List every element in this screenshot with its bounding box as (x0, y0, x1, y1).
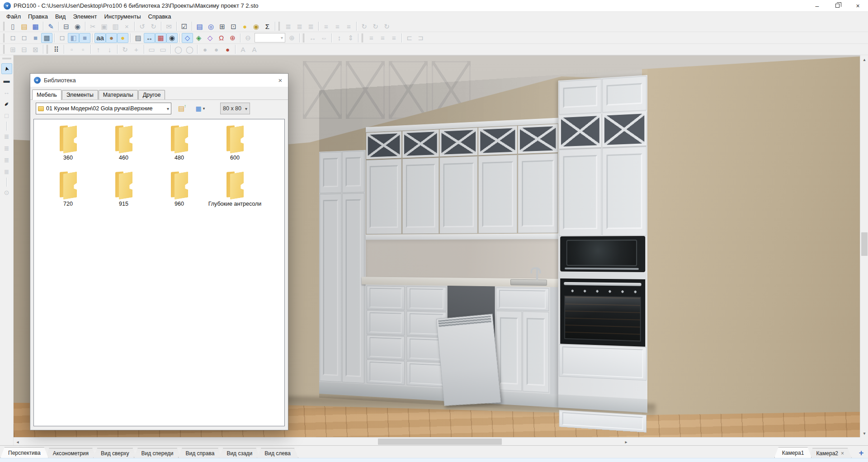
cutting-list-button[interactable]: ⊞ (217, 21, 228, 31)
library-folder[interactable]: 600 (207, 125, 263, 161)
library-tab-elements[interactable]: Элементы (62, 90, 98, 99)
menu-item[interactable]: Правка (24, 12, 52, 21)
library-folder[interactable]: 720 (40, 171, 96, 207)
library-folder[interactable]: 360 (40, 125, 96, 161)
dimensions-report-button[interactable]: ⊡ (228, 21, 239, 31)
align-left-button[interactable]: ≡ (366, 33, 377, 43)
menu-item[interactable]: Инструменты (100, 12, 144, 21)
align-right-button[interactable]: ≡ (388, 33, 400, 43)
library-close-button[interactable]: × (273, 74, 288, 87)
library-folder[interactable]: 915 (96, 171, 151, 207)
restore-button[interactable] (827, 0, 848, 11)
materials-button[interactable]: ● (106, 33, 117, 43)
redo-button[interactable]: ↻ (148, 21, 159, 31)
library-dialog-titlebar[interactable]: ➤ Библиотека × (30, 74, 288, 87)
colors-button[interactable]: ■ (79, 33, 90, 43)
sphere-1-button[interactable]: ● (199, 44, 211, 54)
new-board-tool[interactable]: ▬ (1, 75, 12, 86)
rotate-y-button[interactable]: ↻ (370, 21, 381, 31)
library-tab-furniture[interactable]: Мебель (32, 90, 61, 100)
zoom-in-button[interactable]: ⊕ (286, 33, 297, 43)
library-folder[interactable]: Глубокие антресоли (207, 171, 263, 207)
library-folder[interactable]: 460 (96, 125, 151, 161)
icon-size-combo[interactable]: 80 x 80 ▾ (220, 103, 250, 114)
horizontal-scroll-thumb[interactable] (378, 438, 502, 445)
move-up-button[interactable]: ↑ (93, 44, 104, 54)
align-center-button[interactable]: ≡ (377, 33, 388, 43)
scroll-right-icon[interactable]: ▸ (622, 438, 630, 446)
semitransparent-button[interactable]: ◧ (68, 33, 79, 43)
library-folder[interactable]: 960 (151, 171, 207, 207)
view-mode-button[interactable]: ▦ ▾ (191, 103, 209, 114)
dimension-tool[interactable]: ↔ (1, 87, 12, 98)
level-3-button[interactable]: ≣ (305, 21, 316, 31)
report-button[interactable]: ☑ (179, 21, 190, 31)
light-button[interactable]: ● (117, 33, 128, 43)
library-tab-materials[interactable]: Материалы (99, 90, 138, 99)
tab-front-view[interactable]: Вид спереди (134, 448, 181, 458)
snap-grid-button[interactable]: ◈ (193, 33, 204, 43)
open-file-button[interactable]: ▤ (19, 21, 30, 31)
antialias-button[interactable]: aa (94, 33, 106, 43)
contours-button[interactable]: □ (57, 33, 68, 43)
menu-item[interactable]: Вид (52, 12, 70, 21)
menu-item[interactable]: Файл (3, 12, 24, 21)
delete-button[interactable]: × (121, 21, 132, 31)
sum-button[interactable]: Σ (262, 21, 273, 31)
mirror-button[interactable]: ▭ (146, 44, 157, 54)
rotate-x-button[interactable]: ↻ (359, 21, 370, 31)
align-bottom-button[interactable]: ≡ (343, 21, 354, 31)
text-1-button[interactable]: A (237, 44, 249, 54)
send-button[interactable]: ✉ (163, 21, 175, 31)
dim-chain-h-button[interactable]: ⇔ (318, 33, 330, 43)
select-all-button[interactable]: ⊠ (30, 44, 41, 54)
tab-top-view[interactable]: Вид сверху (93, 448, 137, 458)
rotate-z-button[interactable]: ↻ (381, 21, 392, 31)
sphere-2-button[interactable]: ● (211, 44, 222, 54)
up-folder-button[interactable]: ▤ ↑ (175, 103, 188, 114)
scroll-left-icon[interactable]: ◂ (14, 438, 22, 446)
select-next-button[interactable]: ⊟ (19, 44, 30, 54)
close-button[interactable]: × (848, 0, 868, 11)
library-tab-other[interactable]: Другое (138, 90, 165, 99)
align-tool-3[interactable]: ≣ (1, 155, 12, 165)
horizontal-scrollbar[interactable]: ◂ ▸ (14, 437, 860, 445)
snap-points-button[interactable]: ◇ (182, 33, 193, 43)
dim-horizontal-button[interactable]: ↔ (307, 33, 318, 43)
align-tool-1[interactable]: ≣ (1, 131, 12, 142)
group-button[interactable]: ▫ (66, 44, 77, 54)
tab-camera2[interactable]: Камера2 × (808, 448, 852, 458)
element-list-button[interactable]: ◎ (205, 21, 217, 31)
eyedropper-tool[interactable]: ✒ (1, 99, 12, 109)
show-grid-button[interactable]: ▦ (155, 33, 166, 43)
align-tool-4[interactable]: ≣ (1, 166, 12, 177)
add-camera-button[interactable]: + (856, 448, 866, 458)
print-preview-button[interactable]: ◉ (72, 21, 83, 31)
move-down-button[interactable]: ↓ (104, 44, 115, 54)
view-solid-button[interactable]: ■ (30, 33, 41, 43)
tab-left-view[interactable]: Вид слева (257, 448, 298, 458)
snap-edit-button[interactable]: ◇ (204, 33, 216, 43)
zoom-level-combo[interactable]: ▾ (255, 33, 285, 42)
tab-right-view[interactable]: Вид справа (178, 448, 222, 458)
tab-camera1[interactable]: Камера1 (774, 447, 812, 458)
vertical-scrollbar[interactable]: ▴ ▾ (860, 55, 868, 437)
scroll-up-icon[interactable]: ▴ (860, 55, 868, 63)
cut-button[interactable]: ✂ (87, 21, 99, 31)
camera-close-icon[interactable]: × (841, 450, 844, 457)
magnet-button[interactable]: Ω (216, 33, 227, 43)
view-textured-button[interactable]: ▩ (41, 33, 52, 43)
align-middle-button[interactable]: ≡ (332, 21, 343, 31)
move-button[interactable]: + (131, 44, 142, 54)
zoom-out-button[interactable]: ⊖ (242, 33, 254, 43)
text-2-button[interactable]: A (249, 44, 260, 54)
tab-perspective[interactable]: Перспектива (0, 447, 48, 458)
save-button[interactable]: ▦ (30, 21, 41, 31)
minimize-button[interactable]: – (807, 0, 827, 11)
tab-back-view[interactable]: Вид сзади (219, 448, 260, 458)
paste-button[interactable]: ▥ (110, 21, 121, 31)
tab-axonometry[interactable]: Аксонометрия (45, 448, 96, 458)
undo-button[interactable]: ↺ (137, 21, 148, 31)
ellipse-1-button[interactable]: ◯ (173, 44, 184, 54)
textures-button[interactable]: ▨ (132, 33, 144, 43)
